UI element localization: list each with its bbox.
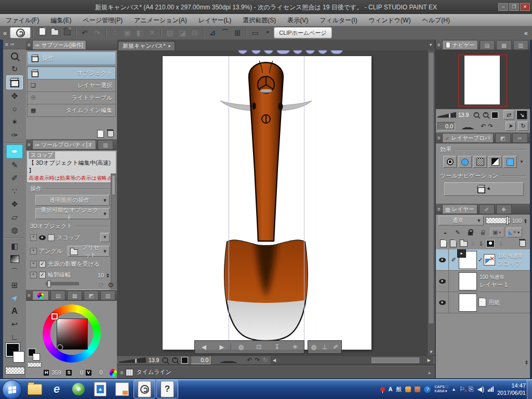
menu-help[interactable]: ヘルプ(H) [416, 15, 456, 26]
zoom-out-icon[interactable]: − [474, 112, 480, 118]
navigator-zoom-slider[interactable] [437, 112, 456, 118]
visibility-eye-icon[interactable] [436, 271, 449, 291]
color-wheel-tab[interactable] [32, 290, 49, 300]
new-file-icon[interactable] [36, 28, 48, 38]
navigator-view-frame[interactable] [458, 55, 507, 107]
new-folder-icon[interactable] [460, 240, 468, 248]
scroll-down-icon[interactable]: ▼ [428, 350, 435, 354]
airbrush-tool[interactable]: ∵ [7, 184, 22, 197]
layer-move-tool[interactable]: ✥ [7, 89, 22, 102]
ime-caps-kana-block[interactable]: CAPS ⛶ KANA ▾ [434, 385, 448, 393]
snap-ruler-icon[interactable]: ⊿ [206, 28, 219, 38]
blue-border-effect-button[interactable] [458, 156, 472, 168]
stub-tab[interactable]: ◩ [495, 133, 511, 142]
rotate-ccw-icon[interactable]: ↶ [481, 123, 486, 130]
undo-icon[interactable]: ↶ [78, 28, 91, 38]
scrollbar-thumb[interactable] [429, 52, 434, 324]
subtool-item-light-table[interactable]: ☉ ライトテーブル [28, 92, 115, 104]
subtool-detail-tab[interactable]: ▥ [98, 140, 113, 149]
layer-row-paper[interactable]: 用紙 [436, 292, 530, 313]
navigator-rotation-slider[interactable] [457, 123, 478, 129]
zoom-in-icon[interactable]: + [172, 357, 178, 363]
material-sphere-button[interactable]: ◍ [308, 341, 319, 353]
selection-tool[interactable]: ○ [7, 102, 22, 115]
visibility-eye-icon[interactable] [436, 292, 449, 313]
menu-page[interactable]: ページ管理(P) [77, 15, 128, 26]
rotate-ccw-icon[interactable]: ↶ [247, 356, 252, 364]
draft-layer-icon[interactable]: ✎ [453, 228, 463, 237]
actual-size-icon[interactable]: ↘ [516, 110, 527, 119]
expand-icon[interactable]: + [30, 248, 37, 255]
background-color-swatch[interactable] [13, 351, 24, 363]
intermediate-color-tab[interactable]: ◩ [84, 290, 99, 300]
stub-tab[interactable]: ✑ [512, 133, 528, 142]
menu-filter[interactable]: フィルター(I) [314, 15, 363, 26]
border-effect-button[interactable] [443, 156, 457, 168]
subtool-item-layer-select[interactable]: ❏ レイヤー選択 [28, 79, 115, 92]
action-center-flag-icon[interactable]: ⚐✕ [459, 385, 465, 393]
prev-object-button[interactable]: ◀ [195, 341, 213, 353]
ime-pin-icon[interactable] [380, 387, 385, 392]
scroll-left-icon[interactable]: ◀ [271, 358, 278, 363]
menu-selection[interactable]: 選択範囲(S) [237, 15, 282, 26]
reset-rotation-icon[interactable]: ↻ [495, 123, 500, 130]
menu-layer[interactable]: レイヤー(L) [193, 15, 237, 26]
expand-icon[interactable]: + [30, 234, 37, 241]
rotate-cw-icon[interactable]: ↷ [255, 356, 260, 364]
slider-handle[interactable] [47, 281, 51, 287]
light-source-checkbox[interactable]: ✓ [39, 261, 46, 268]
slider-handle[interactable] [506, 216, 509, 225]
network-signal-icon[interactable] [488, 387, 494, 392]
stub-tab[interactable]: ✐ [479, 204, 495, 214]
navigator-tab[interactable]: ナビゲー [442, 40, 478, 49]
panel-menu-icon[interactable]: ≡ [437, 206, 441, 212]
item-bank-tab[interactable]: ▦ [496, 40, 511, 49]
merge-down-icon[interactable]: ⇩ [478, 241, 483, 247]
object-checkbox[interactable] [48, 234, 55, 241]
clipping-icon[interactable]: ◒ [440, 228, 450, 237]
ime-dictionary-icon[interactable] [415, 387, 420, 392]
open-file-icon[interactable] [48, 28, 61, 38]
layer-thumbnail[interactable] [459, 272, 477, 290]
fit-to-screen-icon[interactable] [491, 112, 498, 118]
save-icon[interactable] [61, 28, 73, 38]
drop-to-ground-button[interactable]: ↧ [268, 341, 286, 353]
zoom-in-icon[interactable]: + [483, 112, 489, 118]
redo-icon[interactable]: ↷ [91, 28, 103, 38]
pencil-tool[interactable]: ✎ [7, 158, 22, 171]
clip-studio-logo-button[interactable] [10, 27, 31, 38]
blend-tool[interactable]: ◍ [7, 223, 22, 236]
transparency-dropdown[interactable]: 透明箇所の操作▼ [35, 195, 110, 206]
tone-effect-button[interactable] [473, 156, 487, 168]
reset-display-icon[interactable]: ↻ [518, 122, 528, 131]
expand-icon[interactable]: + [30, 261, 37, 268]
sv-marker[interactable] [57, 344, 63, 350]
volume-icon[interactable]: ◀) [477, 385, 484, 393]
rotate-cw-icon[interactable]: ↷ [488, 123, 493, 130]
taskbar-explorer-button[interactable] [24, 380, 45, 398]
layer-row-layer1[interactable]: 100 %通常 レイヤー 1 [436, 271, 530, 292]
brush-tool[interactable]: ✐ [7, 171, 22, 184]
collapse-left-icon[interactable]: « [0, 29, 10, 37]
ruler-mask-thumbnail[interactable]: ✕ [484, 254, 495, 265]
hue-marker[interactable] [51, 313, 58, 320]
scale-rotate-icon[interactable]: ▨ [164, 28, 176, 38]
ruler-tool[interactable]: ∟ [7, 330, 22, 343]
layer-row-scoop[interactable]: ✐ ▸ ✓ ✕ 100 %通常 スコップ [436, 249, 530, 271]
panel-menu-icon[interactable]: ≡ [28, 42, 31, 48]
panel-menu-icon[interactable]: ≡ [437, 135, 441, 141]
taskbar-clock[interactable]: 14:47 2017/06/01 [497, 382, 526, 396]
panel-menu-icon[interactable]: ≡ [437, 42, 441, 48]
ime-help-icon[interactable]: ? [424, 386, 431, 393]
zoom-tool[interactable] [7, 49, 22, 62]
reset-settings-icon[interactable]: ⟳ [98, 281, 104, 289]
figure-tool[interactable]: ⌒ [7, 265, 22, 278]
tool-property-scrollbar[interactable] [111, 174, 116, 289]
delete-subtool-icon[interactable] [108, 130, 114, 137]
panel-menu-icon[interactable]: ≡ [28, 142, 31, 148]
chevron-down-icon[interactable]: ▼ [520, 159, 524, 164]
screen-mode-dropdown-icon[interactable]: ▼ [261, 28, 274, 38]
preset-dropdown[interactable]: プリセット ▼ [68, 246, 110, 257]
outline-width-slider[interactable] [46, 282, 79, 285]
delete-layer-icon[interactable] [520, 240, 526, 248]
